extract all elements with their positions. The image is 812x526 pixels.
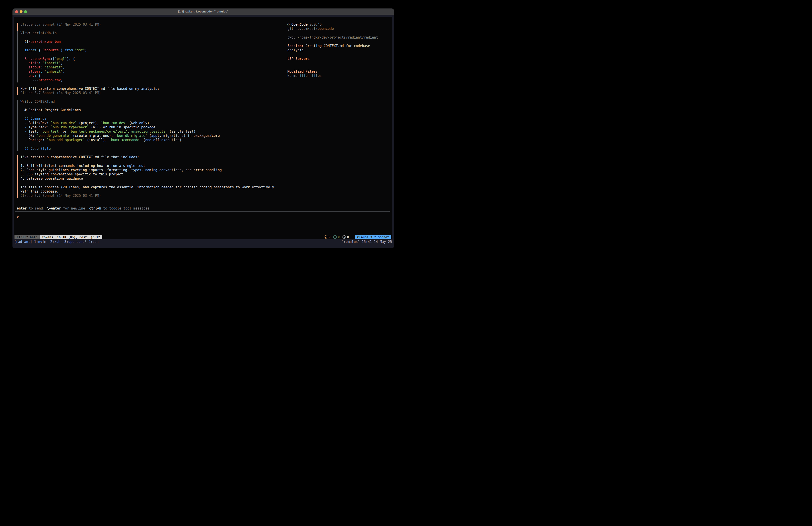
chat-line: - Package: `bun add <package>` (install)… bbox=[20, 138, 220, 142]
text-segment: ], { bbox=[67, 57, 75, 61]
text-segment: Now I'll create a comprehensive CONTEXT.… bbox=[20, 87, 159, 91]
tmux-window-list[interactable]: [radiant] 1:nvim 2:zsh- 3:opencode* 4:zs… bbox=[14, 240, 99, 244]
text-segment: import bbox=[25, 48, 37, 52]
text-segment: Build/Dev: bbox=[29, 121, 50, 125]
text-segment: ## Commands bbox=[20, 117, 47, 120]
chat-line: 3. CSS styling conventions specific to t… bbox=[20, 172, 274, 176]
chat-line bbox=[20, 181, 274, 185]
sidebar-line: Modified Files: bbox=[288, 70, 318, 74]
chat-line bbox=[20, 159, 274, 164]
text-segment: with this codebase. bbox=[20, 189, 59, 194]
text-segment: Package: bbox=[29, 138, 47, 142]
text-segment: : bbox=[302, 44, 304, 48]
chat-line: Claude 3.7 Sonnet (14 May 2025 03:41 PM) bbox=[20, 91, 159, 95]
text-segment: Resource bbox=[43, 48, 59, 52]
text-segment: } bbox=[59, 48, 65, 52]
prompt-input[interactable]: > bbox=[17, 215, 19, 219]
info-icon: i bbox=[333, 236, 337, 239]
text-segment: `bunx <command>` bbox=[109, 138, 141, 142]
sidebar-line: LSP Servers bbox=[288, 57, 309, 61]
text-segment: (install), bbox=[85, 138, 109, 142]
text-segment: ctrl+h bbox=[89, 207, 101, 210]
chat-line: stdout: "inherit", bbox=[20, 65, 87, 70]
chat-line bbox=[20, 27, 101, 31]
sidebar-line: No modified files bbox=[288, 74, 322, 78]
text-segment: I've created a comprehensive CONTEXT.md … bbox=[20, 155, 139, 159]
chat-line: 4. Database operations guidance bbox=[20, 176, 274, 181]
text-segment: : bbox=[41, 70, 43, 73]
text-segment: \+enter bbox=[47, 207, 61, 210]
text-segment: (web only) bbox=[127, 121, 149, 125]
chat-line: 1. Build/lint/test commands including ho… bbox=[20, 164, 274, 168]
text-segment: , bbox=[63, 70, 65, 73]
hints-icon: h bbox=[343, 236, 346, 239]
chat-line: Bun.spawnSync([`psql`], { bbox=[20, 57, 87, 61]
assistant-message: I've created a comprehensive CONTEXT.md … bbox=[20, 155, 274, 198]
text-segment: , bbox=[61, 78, 63, 82]
text-segment: Bun.spawnSync bbox=[25, 57, 50, 61]
text-segment bbox=[20, 70, 29, 73]
text-segment bbox=[73, 48, 75, 52]
text-segment: - bbox=[20, 125, 29, 129]
text-segment: (apply migrations) in packages/core bbox=[147, 134, 220, 138]
chat-line bbox=[20, 52, 87, 57]
model-chip[interactable]: Claude 3.7 Sonnet bbox=[355, 235, 391, 239]
text-segment: ; bbox=[85, 48, 87, 52]
chat-line: import { Resource } from "sst"; bbox=[20, 48, 87, 52]
assistant-message-bar bbox=[17, 155, 18, 198]
text-segment: github.com/sst/opencode bbox=[288, 27, 334, 31]
text-segment: , bbox=[63, 65, 65, 69]
text-segment: 2. Code style guidelines covering import… bbox=[20, 168, 222, 172]
sidebar-line: cwd: /home/thdxr/dev/projects/radiant/ra… bbox=[288, 35, 378, 40]
assistant-message-bar bbox=[17, 23, 18, 31]
window-titlebar[interactable]: [2/3] radiant:3:opencode - "romulus" bbox=[13, 9, 394, 15]
chat-line: 2. Code style guidelines covering import… bbox=[20, 168, 274, 172]
chat-line: # Radiant Project Guidelines bbox=[20, 108, 220, 112]
text-segment: /usr/bin/env bun bbox=[29, 40, 61, 44]
text-segment: Session bbox=[288, 44, 302, 48]
text-segment: "sst" bbox=[75, 48, 85, 52]
chat-line: I've created a comprehensive CONTEXT.md … bbox=[20, 155, 274, 159]
text-segment: `bun run typecheck` bbox=[50, 125, 89, 129]
text-segment: (one-off execution) bbox=[141, 138, 182, 142]
text-segment bbox=[20, 48, 25, 52]
text-segment: LSP Servers bbox=[288, 57, 309, 61]
text-segment: `bun test packages/core/test/transaction… bbox=[69, 129, 168, 133]
text-segment: "inherit" bbox=[45, 65, 63, 69]
text-segment: 0.0.45 bbox=[307, 23, 321, 27]
text-segment: Claude 3.7 Sonnet (14 May 2025 03:41 PM) bbox=[20, 23, 101, 27]
text-segment: to send, bbox=[27, 207, 47, 210]
text-segment: Claude 3.7 Sonnet (14 May 2025 03:41 PM) bbox=[20, 91, 101, 95]
text-segment: , bbox=[61, 61, 63, 65]
text-segment: "inherit" bbox=[45, 70, 63, 73]
text-segment: `bun db migrate` bbox=[115, 134, 147, 138]
tool-message-bar bbox=[17, 100, 18, 151]
info-count: 0 bbox=[338, 235, 339, 239]
text-segment: Claude 3.7 Sonnet (14 May 2025 03:41 PM) bbox=[20, 194, 101, 198]
text-segment: No modified files bbox=[288, 74, 322, 78]
chat-line: Claude 3.7 Sonnet (14 May 2025 03:41 PM) bbox=[20, 194, 274, 198]
assistant-message: Now I'll create a comprehensive CONTEXT.… bbox=[20, 87, 159, 95]
diagnostic-info: i0 bbox=[333, 235, 339, 239]
warnings-icon: w bbox=[324, 236, 327, 239]
opencode-screen[interactable]: Claude 3.7 Sonnet (14 May 2025 03:41 PM)… bbox=[14, 17, 392, 239]
help-chip[interactable]: ctrl+? help bbox=[14, 235, 40, 239]
text-segment: { bbox=[37, 48, 43, 52]
terminal-window: [2/3] radiant:3:opencode - "romulus" Cla… bbox=[13, 9, 394, 248]
text-segment: enter bbox=[17, 207, 27, 210]
chat-line bbox=[20, 35, 87, 40]
text-segment: cwd: /home/thdxr/dev/projects/radiant/ra… bbox=[288, 35, 378, 40]
chat-line: stdin: "inherit", bbox=[20, 61, 87, 65]
text-segment: TypeCheck: bbox=[29, 125, 50, 129]
tokens-cost-chip: Tokens: 16.4K (8%), Cost: $0.12 bbox=[40, 235, 102, 239]
text-segment bbox=[20, 57, 25, 61]
text-segment: The file is concise (20 lines) and captu… bbox=[20, 185, 274, 189]
chat-line bbox=[20, 142, 220, 146]
text-segment: Test: bbox=[29, 129, 41, 133]
text-segment: #! bbox=[20, 40, 29, 44]
text-segment bbox=[20, 74, 29, 78]
text-segment bbox=[20, 61, 29, 65]
text-segment: © bbox=[288, 23, 291, 27]
text-segment: analysis bbox=[288, 48, 304, 52]
text-segment: Modified Files: bbox=[288, 70, 318, 73]
